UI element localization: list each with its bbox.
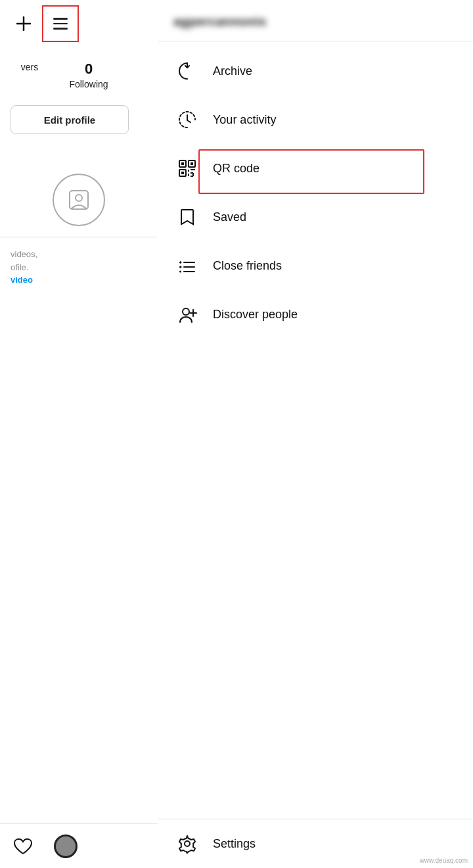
stat-following: 0 Following — [59, 60, 118, 89]
edit-profile-button[interactable]: Edit profile — [11, 105, 129, 134]
qr-icon — [176, 157, 198, 180]
svg-point-3 — [76, 195, 82, 201]
bottom-nav — [0, 823, 158, 868]
add-post-button[interactable] — [11, 11, 37, 37]
drawer-menu: agpercannonis Archive Your activity — [158, 0, 473, 868]
archive-label: Archive — [213, 64, 252, 78]
discover-people-label: Discover people — [213, 308, 298, 322]
profile-stats: vers 0 Following — [0, 47, 158, 100]
drawer-item-close-friends[interactable]: Close friends — [158, 241, 473, 290]
saved-icon — [176, 206, 198, 228]
svg-point-21 — [179, 262, 181, 264]
svg-point-27 — [185, 841, 190, 846]
drawer-username: agpercannonis — [173, 14, 457, 29]
drawer-item-archive[interactable]: Archive — [158, 47, 473, 95]
photo-placeholder — [53, 174, 105, 226]
settings-icon — [176, 832, 198, 855]
svg-rect-7 — [191, 162, 193, 165]
svg-point-23 — [179, 271, 181, 273]
watermark: www.deuaq.com — [420, 857, 468, 864]
stat-followers: vers — [0, 60, 59, 89]
video-link[interactable]: video — [11, 275, 33, 285]
svg-point-24 — [183, 308, 189, 315]
hamburger-icon — [53, 18, 68, 30]
close-friends-icon — [176, 254, 198, 277]
svg-rect-5 — [181, 162, 184, 165]
following-label: Following — [69, 79, 108, 89]
discover-people-icon — [176, 303, 198, 326]
drawer-item-your-activity[interactable]: Your activity — [158, 95, 473, 144]
left-panel: vers 0 Following Edit profile videos, of… — [0, 0, 158, 868]
svg-point-22 — [179, 266, 181, 268]
followers-label: vers — [21, 62, 38, 72]
top-bar — [0, 0, 158, 47]
photo-section — [0, 174, 158, 226]
activity-icon — [176, 108, 198, 131]
profile-nav-button[interactable] — [54, 834, 78, 858]
your-activity-label: Your activity — [213, 113, 276, 127]
drawer-item-discover-people[interactable]: Discover people — [158, 290, 473, 339]
saved-label: Saved — [213, 210, 246, 224]
bottom-text: videos, ofile. video — [0, 237, 158, 297]
following-count: 0 — [85, 60, 93, 78]
activity-nav-button[interactable] — [13, 837, 33, 856]
settings-label: Settings — [213, 837, 256, 851]
drawer-item-qr-code[interactable]: QR code — [158, 144, 473, 193]
svg-rect-9 — [181, 172, 184, 174]
archive-icon — [176, 60, 198, 82]
qr-code-label: QR code — [213, 162, 259, 176]
svg-rect-2 — [70, 191, 88, 209]
drawer-items-list: Archive Your activity — [158, 41, 473, 819]
close-friends-label: Close friends — [213, 259, 282, 273]
menu-button[interactable] — [42, 5, 79, 42]
drawer-header: agpercannonis — [158, 0, 473, 41]
drawer-item-saved[interactable]: Saved — [158, 193, 473, 241]
